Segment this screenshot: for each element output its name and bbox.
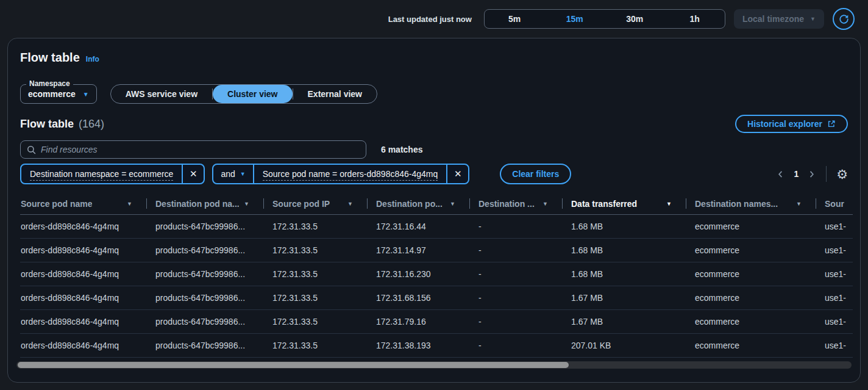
timezone-dropdown[interactable]: Local timezone ▼	[734, 9, 824, 29]
table-cell-destination-truncated: -	[470, 293, 563, 303]
timezone-label: Local timezone	[742, 14, 804, 24]
column-header-source-clipped[interactable]: Sour▼	[816, 193, 853, 214]
time-range-15m[interactable]: 15m	[544, 10, 605, 28]
time-range-30m[interactable]: 30m	[605, 10, 665, 28]
table-row: orders-dd898c846-4g4mqproducts-647bc9998…	[20, 215, 853, 239]
namespace-select-value: ecommerce	[28, 89, 76, 99]
info-link[interactable]: Info	[86, 55, 99, 63]
table-row: orders-dd898c846-4g4mqproducts-647bc9998…	[20, 262, 853, 286]
remove-filter-icon[interactable]: ✕	[182, 165, 204, 183]
flow-table-panel: Flow table Info Namespace ecommerce ▼ AW…	[7, 38, 861, 383]
sort-caret-icon: ▼	[347, 201, 353, 207]
table-cell-source-pod-ip: 172.31.33.5	[264, 293, 368, 303]
refresh-icon	[838, 13, 850, 25]
table-cell-source-pod-name: orders-dd898c846-4g4mq	[20, 222, 147, 231]
table-cell-source-clipped: use1-	[816, 222, 853, 231]
filter-token-label[interactable]: Destination namespace = ecommerce	[21, 169, 182, 179]
column-header-label: Source pod IP	[272, 199, 330, 209]
column-header-destination-truncated[interactable]: Destination ...▼	[470, 193, 563, 214]
table-cell-source-pod-ip: 172.31.33.5	[264, 222, 368, 231]
table-row: orders-dd898c846-4g4mqproducts-647bc9998…	[20, 286, 853, 310]
view-controls: Namespace ecommerce ▼ AWS service view C…	[20, 84, 848, 104]
next-page-button[interactable]	[807, 170, 816, 179]
chevron-down-icon: ▼	[240, 171, 246, 177]
historical-explorer-button[interactable]: Historical explorer	[735, 115, 848, 133]
table-cell-source-clipped: use1-	[816, 269, 853, 279]
table-row: orders-dd898c846-4g4mqproducts-647bc9998…	[20, 334, 853, 358]
sort-caret-icon: ▼	[542, 201, 548, 207]
column-header-data-transferred[interactable]: Data transferred▼	[563, 193, 686, 214]
table-cell-source-clipped: use1-	[816, 317, 853, 327]
previous-page-button[interactable]	[776, 170, 785, 179]
external-link-icon	[827, 120, 836, 128]
filter-operator-dropdown[interactable]: and ▼	[213, 165, 254, 183]
table-cell-source-pod-ip: 172.31.33.5	[264, 317, 368, 327]
column-header-destination-namespace[interactable]: Destination names...▼	[686, 193, 816, 214]
table-cell-source-pod-name: orders-dd898c846-4g4mq	[20, 341, 147, 350]
clear-filters-button[interactable]: Clear filters	[500, 164, 571, 184]
table-row: orders-dd898c846-4g4mqproducts-647bc9998…	[20, 310, 853, 334]
table-cell-destination-pod-ip: 172.31.16.44	[368, 222, 470, 231]
column-header-label: Sour	[825, 199, 844, 209]
table-cell-destination-namespace: ecommerce	[686, 269, 816, 279]
table-cell-destination-pod-name: products-647bc99986...	[147, 317, 264, 327]
table-cell-destination-pod-name: products-647bc99986...	[147, 341, 264, 350]
tab-cluster-view[interactable]: Cluster view	[213, 85, 292, 103]
tab-aws-service-view[interactable]: AWS service view	[111, 85, 212, 103]
table-cell-data-transferred: 1.68 MB	[563, 245, 686, 255]
sort-caret-icon: ▼	[796, 201, 802, 207]
sort-caret-icon: ▼	[244, 201, 249, 207]
table-cell-data-transferred: 1.68 MB	[563, 269, 686, 279]
table-cell-source-pod-ip: 172.31.33.5	[264, 269, 368, 279]
column-header-source-pod-name[interactable]: Source pod name▼	[20, 193, 147, 214]
table-cell-destination-namespace: ecommerce	[686, 245, 816, 255]
chevron-left-icon	[776, 170, 785, 179]
refresh-button[interactable]	[833, 8, 855, 30]
column-header-label: Destination names...	[695, 199, 778, 209]
filter-operator-label: and	[221, 169, 235, 179]
filter-token-source-pod-name: and ▼ Source pod name = orders-dd898c846…	[212, 164, 469, 184]
matches-count: 6 matches	[381, 145, 422, 154]
page-title: Flow table	[20, 51, 80, 65]
column-header-label: Destination pod na...	[155, 199, 239, 209]
scrollbar-thumb[interactable]	[18, 362, 569, 368]
time-range-1h[interactable]: 1h	[664, 10, 725, 28]
table-cell-source-clipped: use1-	[816, 245, 853, 255]
table-cell-source-pod-name: orders-dd898c846-4g4mq	[20, 317, 147, 327]
table-cell-data-transferred: 1.68 MB	[563, 222, 686, 231]
horizontal-scrollbar[interactable]	[16, 361, 852, 369]
table-cell-data-transferred: 207.01 KB	[563, 341, 686, 350]
search-bar: 6 matches	[20, 140, 848, 159]
column-header-destination-pod-name[interactable]: Destination pod na...▼	[147, 193, 264, 214]
search-icon	[27, 145, 36, 154]
namespace-select-label: Namespace	[26, 79, 73, 88]
table-cell-data-transferred: 1.67 MB	[563, 317, 686, 327]
filter-token-label[interactable]: Source pod name = orders-dd898c846-4g4mq	[254, 169, 447, 179]
namespace-select[interactable]: Namespace ecommerce ▼	[20, 84, 97, 104]
column-header-destination-pod-ip[interactable]: Destination po...▼	[368, 193, 470, 214]
last-updated-text: Last updated just now	[388, 15, 472, 24]
search-input[interactable]	[41, 145, 360, 154]
flow-table: Source pod name▼Destination pod na...▼So…	[20, 193, 853, 358]
column-header-label: Source pod name	[21, 199, 92, 209]
search-box	[20, 140, 366, 159]
remove-filter-icon[interactable]: ✕	[446, 165, 468, 183]
table-cell-destination-namespace: ecommerce	[686, 317, 816, 327]
column-header-label: Destination ...	[478, 199, 535, 209]
column-header-label: Data transferred	[571, 199, 637, 209]
filter-bar: Destination namespace = ecommerce ✕ and …	[20, 164, 848, 184]
table-cell-destination-pod-name: products-647bc99986...	[147, 245, 264, 255]
table-settings-gear-icon[interactable]: ⚙	[836, 168, 848, 181]
table-cell-destination-pod-ip: 172.31.14.97	[368, 245, 470, 255]
column-header-source-pod-ip[interactable]: Source pod IP▼	[264, 193, 368, 214]
table-cell-destination-namespace: ecommerce	[686, 341, 816, 350]
tab-external-view[interactable]: External view	[293, 85, 377, 103]
table-cell-source-pod-ip: 172.31.33.5	[264, 245, 368, 255]
table-cell-destination-truncated: -	[470, 222, 563, 231]
table-cell-source-pod-name: orders-dd898c846-4g4mq	[20, 269, 147, 279]
chevron-right-icon	[807, 170, 816, 179]
page-number[interactable]: 1	[792, 169, 800, 179]
table-row: orders-dd898c846-4g4mqproducts-647bc9998…	[20, 239, 853, 262]
time-range-5m[interactable]: 5m	[485, 10, 545, 28]
sort-caret-icon: ▼	[666, 201, 672, 207]
